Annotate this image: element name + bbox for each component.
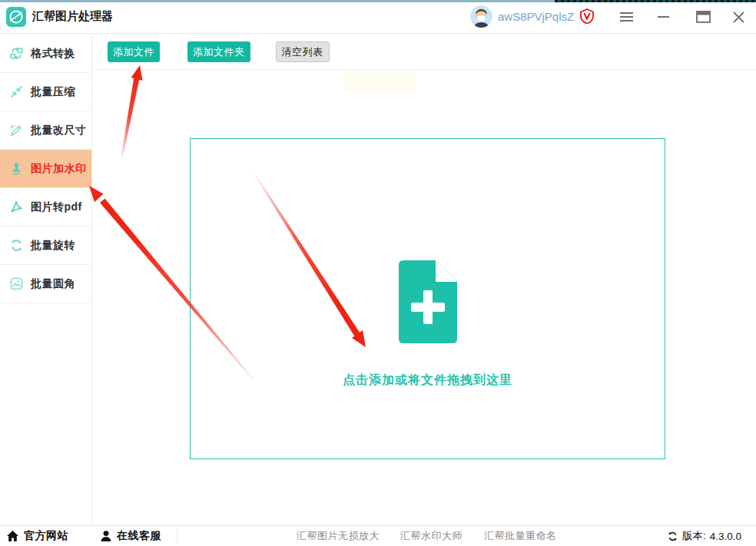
sidebar-item-image-to-pdf[interactable]: 图片转pdf	[0, 188, 91, 227]
clear-list-button[interactable]: 清空列表	[276, 41, 330, 62]
app-title: 汇帮图片处理器	[32, 9, 113, 24]
username[interactable]: awS8PVjPqlsZ	[498, 10, 574, 23]
file-drop-zone[interactable]: 点击添加或将文件拖拽到这里	[190, 138, 665, 459]
promo-link-watermark-master[interactable]: 汇帮水印大师	[400, 526, 463, 546]
close-button[interactable]	[725, 5, 751, 29]
window-top-border-left	[0, 0, 555, 2]
annotation-arrow-to-add-files	[121, 65, 143, 159]
stamp-icon	[8, 162, 25, 176]
resize-icon	[8, 124, 25, 137]
sidebar-item-label: 图片加水印	[31, 162, 87, 176]
sidebar-item-batch-resize[interactable]: 批量改尺寸	[0, 111, 91, 150]
version-info: 版本: 4.3.0.0	[667, 526, 741, 546]
fading-tooltip	[344, 71, 415, 91]
sidebar-item-batch-round-corner[interactable]: 批量圆角	[0, 265, 91, 303]
format-convert-icon	[8, 47, 25, 61]
sidebar-item-batch-rotate[interactable]: 批量旋转	[0, 227, 91, 265]
sidebar-item-label: 批量圆角	[31, 277, 75, 291]
window-top-border	[0, 0, 756, 2]
promo-link-lossless-enlarge[interactable]: 汇帮图片无损放大	[297, 526, 380, 546]
sidebar-item-label: 格式转换	[31, 47, 75, 61]
sidebar-item-label: 批量改尺寸	[31, 124, 87, 137]
rounded-image-icon	[8, 277, 25, 291]
sidebar-item-label: 批量压缩	[31, 85, 75, 99]
statusbar-divider	[177, 528, 177, 544]
sidebar-item-label: 批量旋转	[31, 239, 75, 253]
online-service-link[interactable]: 在线客服	[100, 526, 161, 546]
sidebar: 格式转换 批量压缩 批量改尺寸	[0, 35, 92, 525]
sidebar-item-add-watermark[interactable]: 图片加水印	[0, 150, 91, 188]
add-document-icon	[393, 259, 463, 345]
rotate-icon	[8, 239, 25, 253]
pdf-icon	[8, 200, 25, 214]
app-logo-icon	[6, 7, 26, 27]
version-label: 版本:	[682, 529, 706, 543]
toolbar: 添加文件 添加文件夹 清空列表	[93, 35, 756, 70]
promo-link-batch-rename[interactable]: 汇帮批量重命名	[484, 526, 557, 546]
customer-service-icon	[100, 530, 112, 542]
menu-button[interactable]	[613, 5, 639, 29]
drop-zone-hint: 点击添加或将文件拖拽到这里	[191, 372, 665, 389]
maximize-button[interactable]	[690, 5, 716, 29]
add-files-button[interactable]: 添加文件	[108, 41, 160, 62]
vip-badge-icon[interactable]	[579, 8, 595, 25]
official-website-link[interactable]: 官方网站	[6, 526, 68, 546]
update-icon[interactable]	[667, 531, 678, 542]
compress-icon	[8, 85, 25, 99]
minimize-button[interactable]	[650, 5, 676, 29]
user-avatar[interactable]	[470, 5, 492, 28]
home-icon	[6, 530, 19, 542]
window-top-border-pattern	[555, 0, 756, 2]
statusbar: 官方网站 在线客服 汇帮图片无损放大 汇帮水印大师 汇帮批量重命名 版本: 4.…	[0, 525, 756, 546]
titlebar: 汇帮图片处理器 awS8PVjPqlsZ	[0, 0, 756, 34]
sidebar-item-label: 图片转pdf	[31, 200, 82, 214]
sidebar-item-format-convert[interactable]: 格式转换	[0, 35, 91, 73]
version-value: 4.3.0.0	[710, 531, 741, 542]
sidebar-item-batch-compress[interactable]: 批量压缩	[0, 73, 91, 111]
add-folder-button[interactable]: 添加文件夹	[187, 41, 250, 62]
